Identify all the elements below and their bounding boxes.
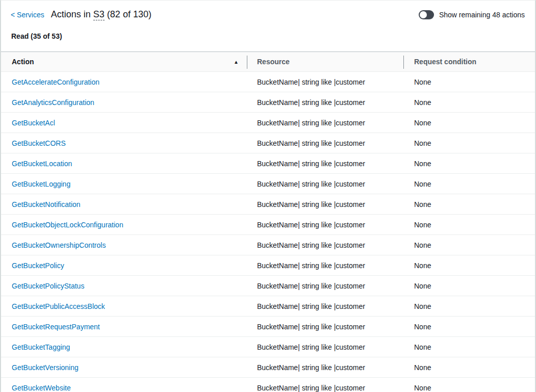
- request-condition-cell: None: [404, 98, 535, 107]
- column-header-resource: Resource: [247, 52, 404, 71]
- action-link[interactable]: GetBucketCORS: [12, 139, 66, 147]
- services-back-link[interactable]: < Services: [11, 11, 44, 19]
- topbar: < Services Actions in S3 (82 of 130) Sho…: [1, 1, 535, 20]
- service-name-abbr: S3: [93, 9, 105, 20]
- action-link[interactable]: GetBucketWebsite: [12, 384, 71, 392]
- column-header-action[interactable]: Action ▲: [1, 52, 247, 71]
- action-cell: GetAccelerateConfiguration: [1, 78, 247, 86]
- resource-cell: BucketName| string like |customer: [247, 343, 404, 351]
- show-remaining-toggle-group: Show remaining 48 actions: [419, 10, 525, 19]
- table-header-row: Action ▲ Resource Request condition: [1, 51, 535, 72]
- table-row: GetBucketRequestPayment BucketName| stri…: [1, 317, 535, 337]
- action-link[interactable]: GetBucketObjectLockConfiguration: [12, 221, 123, 229]
- action-cell: GetAnalyticsConfiguration: [1, 98, 247, 107]
- action-cell: GetBucketAcl: [1, 119, 247, 127]
- resource-cell: BucketName| string like |customer: [247, 78, 404, 86]
- table-row: GetBucketPublicAccessBlock BucketName| s…: [1, 296, 535, 317]
- request-condition-cell: None: [404, 119, 535, 127]
- show-remaining-toggle[interactable]: [419, 10, 434, 19]
- request-condition-cell: None: [404, 323, 535, 331]
- action-cell: GetBucketVersioning: [1, 363, 247, 372]
- table-body: GetAccelerateConfiguration BucketName| s…: [1, 72, 535, 392]
- request-condition-cell: None: [404, 139, 535, 147]
- action-link[interactable]: GetBucketRequestPayment: [12, 323, 100, 331]
- action-link[interactable]: GetBucketVersioning: [12, 363, 79, 372]
- column-header-action-label: Action: [12, 58, 34, 66]
- resource-cell: BucketName| string like |customer: [247, 302, 404, 310]
- action-link[interactable]: GetBucketLogging: [12, 180, 70, 188]
- request-condition-cell: None: [404, 384, 535, 392]
- request-condition-cell: None: [404, 180, 535, 188]
- resource-cell: BucketName| string like |customer: [247, 262, 404, 270]
- action-cell: GetBucketPolicy: [1, 262, 247, 270]
- action-link[interactable]: GetBucketAcl: [12, 119, 55, 127]
- resource-cell: BucketName| string like |customer: [247, 200, 404, 208]
- page-title: Actions in S3 (82 of 130): [51, 9, 151, 20]
- resource-cell: BucketName| string like |customer: [247, 363, 404, 372]
- show-remaining-toggle-label: Show remaining 48 actions: [439, 11, 525, 19]
- column-header-request-condition: Request condition: [404, 52, 535, 71]
- page-title-count: (82 of 130): [107, 9, 151, 19]
- resource-cell: BucketName| string like |customer: [247, 221, 404, 229]
- action-link[interactable]: GetBucketPolicyStatus: [12, 282, 84, 290]
- action-link[interactable]: GetBucketPolicy: [12, 262, 64, 270]
- table-row: GetBucketObjectLockConfiguration BucketN…: [1, 215, 535, 235]
- table-row: GetBucketVersioning BucketName| string l…: [1, 357, 535, 378]
- page-title-prefix: Actions in: [51, 9, 91, 19]
- request-condition-cell: None: [404, 241, 535, 249]
- action-link[interactable]: GetBucketLocation: [12, 160, 72, 168]
- request-condition-cell: None: [404, 302, 535, 310]
- action-link[interactable]: GetBucketPublicAccessBlock: [12, 302, 105, 310]
- table-row: GetBucketAcl BucketName| string like |cu…: [1, 113, 535, 133]
- resource-cell: BucketName| string like |customer: [247, 241, 404, 249]
- resource-cell: BucketName| string like |customer: [247, 384, 404, 392]
- table-row: GetBucketNotification BucketName| string…: [1, 194, 535, 215]
- sort-ascending-icon: ▲: [234, 59, 239, 65]
- table-row: GetBucketPolicy BucketName| string like …: [1, 255, 535, 276]
- actions-table: Action ▲ Resource Request condition GetA…: [1, 51, 535, 392]
- read-section-heading: Read (35 of 53): [1, 32, 535, 40]
- action-cell: GetBucketLogging: [1, 180, 247, 188]
- action-cell: GetBucketWebsite: [1, 384, 247, 392]
- action-cell: GetBucketOwnershipControls: [1, 241, 247, 249]
- action-cell: GetBucketRequestPayment: [1, 323, 247, 331]
- table-row: GetBucketWebsite BucketName| string like…: [1, 378, 535, 392]
- action-link[interactable]: GetBucketOwnershipControls: [12, 241, 106, 249]
- action-cell: GetBucketPolicyStatus: [1, 282, 247, 290]
- request-condition-cell: None: [404, 78, 535, 86]
- table-row: GetBucketLogging BucketName| string like…: [1, 174, 535, 194]
- table-row: GetBucketPolicyStatus BucketName| string…: [1, 276, 535, 296]
- resource-cell: BucketName| string like |customer: [247, 139, 404, 147]
- action-cell: GetBucketPublicAccessBlock: [1, 302, 247, 310]
- table-row: GetBucketCORS BucketName| string like |c…: [1, 133, 535, 153]
- action-link[interactable]: GetBucketNotification: [12, 200, 81, 208]
- request-condition-cell: None: [404, 343, 535, 351]
- action-link[interactable]: GetAnalyticsConfiguration: [12, 98, 94, 107]
- request-condition-cell: None: [404, 262, 535, 270]
- action-link[interactable]: GetAccelerateConfiguration: [12, 78, 99, 86]
- request-condition-cell: None: [404, 282, 535, 290]
- table-row: GetAccelerateConfiguration BucketName| s…: [1, 72, 535, 92]
- resource-cell: BucketName| string like |customer: [247, 323, 404, 331]
- toggle-knob-icon: [420, 11, 427, 18]
- request-condition-cell: None: [404, 363, 535, 372]
- table-row: GetAnalyticsConfiguration BucketName| st…: [1, 92, 535, 113]
- request-condition-cell: None: [404, 200, 535, 208]
- request-condition-cell: None: [404, 221, 535, 229]
- action-cell: GetBucketLocation: [1, 160, 247, 168]
- action-cell: GetBucketNotification: [1, 200, 247, 208]
- action-cell: GetBucketObjectLockConfiguration: [1, 221, 247, 229]
- resource-cell: BucketName| string like |customer: [247, 119, 404, 127]
- resource-cell: BucketName| string like |customer: [247, 180, 404, 188]
- resource-cell: BucketName| string like |customer: [247, 160, 404, 168]
- resource-cell: BucketName| string like |customer: [247, 98, 404, 107]
- table-row: GetBucketLocation BucketName| string lik…: [1, 153, 535, 174]
- action-cell: GetBucketCORS: [1, 139, 247, 147]
- action-cell: GetBucketTagging: [1, 343, 247, 351]
- request-condition-cell: None: [404, 160, 535, 168]
- table-row: GetBucketOwnershipControls BucketName| s…: [1, 235, 535, 255]
- column-header-request-condition-label: Request condition: [414, 58, 476, 66]
- column-header-resource-label: Resource: [257, 58, 290, 66]
- action-link[interactable]: GetBucketTagging: [12, 343, 70, 351]
- resource-cell: BucketName| string like |customer: [247, 282, 404, 290]
